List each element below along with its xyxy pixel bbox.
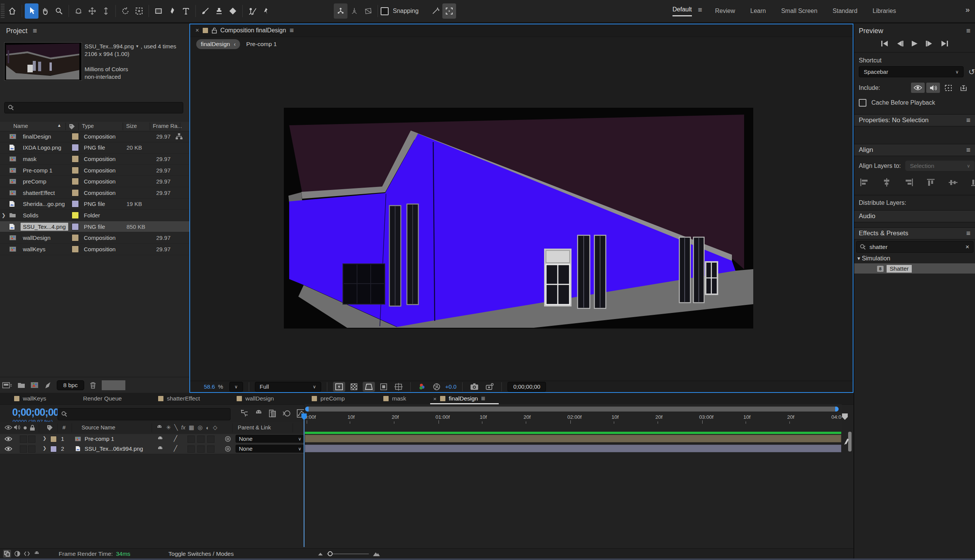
expand-arrow-icon[interactable]: ❯ (0, 212, 9, 218)
toggle-switches-modes-button[interactable]: Toggle Switches / Modes (169, 550, 234, 557)
layer-bar-1[interactable] (305, 435, 841, 442)
previous-frame-icon[interactable] (896, 40, 904, 47)
cache-before-playback[interactable]: Cache Before Playback (859, 99, 975, 107)
bit-depth-button[interactable]: 8 bpc (57, 380, 84, 390)
effects-search-input[interactable] (866, 243, 965, 250)
last-frame-icon[interactable] (940, 40, 949, 47)
workspace-tab-review[interactable]: Review (715, 8, 735, 15)
project-panel-title[interactable]: Project (6, 27, 27, 35)
layer-row-1[interactable]: ❯ 1 Pre-comp 1 ╱ None∨ (0, 434, 304, 444)
quality-column-icon[interactable]: ╲ (174, 424, 178, 431)
layer-expand-arrow-icon[interactable]: ❯ (43, 435, 47, 441)
project-row-ixda-logo[interactable]: IXDA Logo.png PNG file 20 KB (0, 142, 189, 154)
frame-blending-icon[interactable] (268, 409, 277, 418)
align-top-icon[interactable] (926, 178, 936, 187)
timeline-tab-shatterEffect[interactable]: shatterEffect (158, 393, 200, 404)
column-type[interactable]: Type (82, 123, 94, 129)
work-area-start-handle[interactable] (305, 407, 309, 412)
selection-tool-icon[interactable] (25, 3, 38, 19)
label-swatch[interactable] (72, 245, 79, 253)
comp-current-time[interactable]: 0;00;00;00 (507, 382, 546, 392)
exposure-value[interactable]: +0.0 (445, 383, 457, 390)
pan-camera-tool-icon[interactable] (85, 3, 99, 19)
clone-stamp-tool-icon[interactable] (212, 3, 226, 19)
timeline-search[interactable] (57, 408, 231, 420)
adjustment-layer-column-icon[interactable]: ◐ (206, 425, 209, 431)
zoom-in-mountain-icon[interactable] (373, 551, 380, 557)
label-swatch[interactable] (72, 189, 79, 197)
work-area-bar[interactable] (305, 407, 839, 412)
project-row-solids[interactable]: ❯ Solids Folder (0, 210, 189, 221)
composition-viewport[interactable] (284, 108, 753, 328)
new-composition-icon[interactable] (30, 382, 38, 388)
project-search[interactable] (4, 102, 183, 113)
sort-ascending-icon[interactable]: ▲ (57, 123, 61, 128)
play-icon[interactable] (911, 40, 918, 47)
project-panel-menu-icon[interactable]: ≡ (33, 27, 37, 35)
composition-tab-title[interactable]: Composition finalDesign (220, 27, 286, 34)
layer-label-swatch[interactable] (50, 446, 57, 452)
label-swatch[interactable] (72, 212, 79, 219)
zoom-slider-handle[interactable] (328, 551, 333, 556)
timeline-current-time[interactable]: 0;00;00;00 (12, 407, 59, 418)
blend-modes-icon[interactable] (14, 550, 20, 557)
cache-export-icon[interactable] (957, 83, 970, 93)
include-overlays-icon[interactable] (942, 83, 955, 93)
project-flowchart-icon[interactable] (44, 382, 52, 389)
motion-blur-column-icon[interactable]: ◎ (198, 424, 203, 431)
label-swatch[interactable] (72, 133, 79, 140)
snapping-toggle[interactable]: Snapping (381, 3, 419, 19)
transparency-grid-icon[interactable] (348, 382, 360, 392)
mask-visibility-icon[interactable] (363, 382, 375, 392)
video-eye-column-icon[interactable] (5, 425, 12, 430)
first-frame-icon[interactable] (881, 40, 889, 47)
label-column-icon[interactable] (69, 123, 75, 130)
composition-tab[interactable]: × Composition finalDesign ≡ (190, 24, 853, 37)
solo-column-icon[interactable] (23, 427, 27, 429)
project-row-finalDesign[interactable]: finalDesign Composition 29.97 (0, 131, 189, 142)
label-swatch[interactable] (72, 178, 79, 185)
column-name[interactable]: Name (13, 123, 28, 129)
layer-bar-2[interactable] (305, 445, 841, 452)
label-swatch[interactable] (72, 200, 79, 207)
preview-panel-title[interactable]: Preview (859, 27, 883, 35)
brush-tool-icon[interactable] (199, 3, 212, 19)
dolly-camera-tool-icon[interactable] (99, 3, 113, 19)
effects-group-simulation[interactable]: ▼ Simulation (854, 255, 975, 262)
close-tab-icon[interactable]: × (433, 395, 436, 402)
work-area-end-handle[interactable] (835, 407, 839, 412)
snap-bounds-icon[interactable] (442, 3, 456, 19)
timeline-tab-wallKeys[interactable]: wallKeys (14, 393, 46, 404)
layer-source-name[interactable]: SSU_Tex...06x994.png (85, 445, 143, 452)
snapping-checkbox[interactable] (381, 7, 389, 15)
parent-link-column[interactable]: Parent & Link (238, 425, 271, 430)
grid-guides-icon[interactable] (393, 382, 405, 392)
collapse-transformations-column-icon[interactable]: ✳ (166, 424, 171, 431)
label-swatch[interactable] (72, 144, 79, 151)
workspace-tab-libraries[interactable]: Libraries (873, 8, 896, 15)
region-of-interest-icon[interactable] (378, 382, 390, 392)
playhead-line[interactable] (304, 413, 304, 547)
shy-column-icon[interactable] (156, 424, 163, 431)
column-frame-rate[interactable]: Frame Ra... (153, 123, 182, 129)
camera-tool-icon[interactable] (132, 3, 146, 19)
label-column-icon[interactable] (47, 425, 54, 430)
align-panel-menu-icon[interactable]: ≡ (966, 146, 970, 154)
world-axis-mode-icon[interactable] (348, 3, 361, 19)
fast-preview-icon[interactable] (333, 382, 345, 392)
shortcut-dropdown[interactable]: Spacebar∨ (859, 66, 963, 77)
layer-shy-icon[interactable] (157, 445, 164, 452)
close-tab-icon[interactable]: × (196, 27, 199, 34)
roto-brush-tool-icon[interactable] (245, 3, 259, 19)
zoom-dropdown[interactable]: ∨ (229, 382, 243, 392)
channel-rgb-icon[interactable] (416, 382, 428, 392)
timeline-panel-menu-icon[interactable]: ≡ (481, 394, 485, 403)
properties-panel-menu-icon[interactable]: ≡ (966, 116, 970, 125)
align-to-dropdown[interactable]: Selection∨ (905, 161, 975, 171)
interpret-footage-icon[interactable] (2, 382, 12, 389)
align-panel-header[interactable]: Align ≡ (854, 144, 975, 156)
new-folder-icon[interactable] (18, 382, 25, 388)
timeline-tab-mask[interactable]: mask (383, 393, 406, 404)
exposure-shutter-icon[interactable] (431, 382, 442, 392)
mini-flowchart-button[interactable] (3, 550, 11, 558)
